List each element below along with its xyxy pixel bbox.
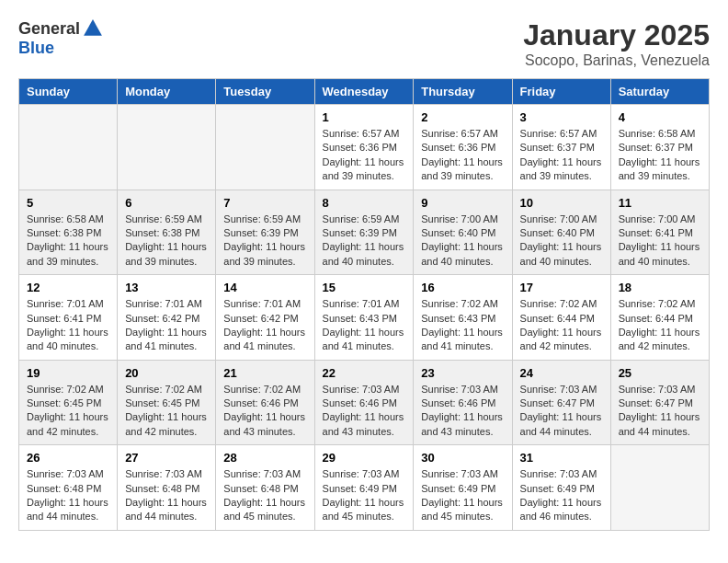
calendar-week-5: 26Sunrise: 7:03 AMSunset: 6:48 PMDayligh… xyxy=(19,445,710,531)
day-header-thursday: Thursday xyxy=(414,79,512,105)
calendar-day: 29Sunrise: 7:03 AMSunset: 6:49 PMDayligh… xyxy=(314,445,414,531)
day-info: Sunrise: 7:03 AMSunset: 6:48 PMDaylight:… xyxy=(27,467,109,524)
calendar-week-4: 19Sunrise: 7:02 AMSunset: 6:45 PMDayligh… xyxy=(19,360,710,445)
day-info: Sunrise: 6:59 AMSunset: 6:38 PMDaylight:… xyxy=(125,213,208,270)
day-number: 3 xyxy=(520,110,603,124)
day-info: Sunrise: 7:03 AMSunset: 6:47 PMDaylight:… xyxy=(520,383,603,440)
day-header-friday: Friday xyxy=(512,79,610,105)
day-number: 5 xyxy=(27,196,109,210)
day-header-monday: Monday xyxy=(118,79,216,105)
calendar-day: 23Sunrise: 7:03 AMSunset: 6:46 PMDayligh… xyxy=(414,360,512,445)
calendar-day: 12Sunrise: 7:01 AMSunset: 6:41 PMDayligh… xyxy=(19,275,118,361)
day-number: 17 xyxy=(520,281,603,294)
calendar-day: 28Sunrise: 7:03 AMSunset: 6:48 PMDayligh… xyxy=(216,445,314,531)
day-info: Sunrise: 7:03 AMSunset: 6:48 PMDaylight:… xyxy=(125,467,208,524)
calendar-week-1: 1Sunrise: 6:57 AMSunset: 6:36 PMDaylight… xyxy=(19,105,710,190)
calendar-day: 13Sunrise: 7:01 AMSunset: 6:42 PMDayligh… xyxy=(118,275,216,361)
day-info: Sunrise: 7:03 AMSunset: 6:49 PMDaylight:… xyxy=(520,467,603,524)
day-number: 12 xyxy=(27,281,109,294)
day-number: 9 xyxy=(421,196,504,210)
logo-blue: Blue xyxy=(18,39,54,58)
day-header-saturday: Saturday xyxy=(610,79,709,105)
day-info: Sunrise: 7:03 AMSunset: 6:46 PMDaylight:… xyxy=(421,383,504,440)
calendar-day: 3Sunrise: 6:57 AMSunset: 6:37 PMDaylight… xyxy=(512,105,610,190)
page-title: January 2025 xyxy=(523,18,710,52)
day-info: Sunrise: 6:57 AMSunset: 6:36 PMDaylight:… xyxy=(323,127,406,184)
calendar-day: 26Sunrise: 7:03 AMSunset: 6:48 PMDayligh… xyxy=(19,445,118,531)
day-number: 1 xyxy=(323,110,406,124)
day-number: 14 xyxy=(223,281,306,294)
calendar-week-2: 5Sunrise: 6:58 AMSunset: 6:38 PMDaylight… xyxy=(19,190,710,275)
calendar-day xyxy=(216,105,314,190)
title-block: January 2025Socopo, Barinas, Venezuela xyxy=(523,18,710,69)
calendar-day: 1Sunrise: 6:57 AMSunset: 6:36 PMDaylight… xyxy=(314,105,414,190)
day-info: Sunrise: 6:58 AMSunset: 6:38 PMDaylight:… xyxy=(27,213,109,270)
day-number: 4 xyxy=(619,110,701,124)
day-number: 11 xyxy=(619,196,701,210)
calendar-day: 27Sunrise: 7:03 AMSunset: 6:48 PMDayligh… xyxy=(118,445,216,531)
day-header-tuesday: Tuesday xyxy=(216,79,314,105)
day-number: 27 xyxy=(125,451,208,465)
calendar-day: 24Sunrise: 7:03 AMSunset: 6:47 PMDayligh… xyxy=(512,360,610,445)
day-number: 30 xyxy=(421,451,504,465)
svg-marker-0 xyxy=(84,19,102,36)
day-info: Sunrise: 7:03 AMSunset: 6:48 PMDaylight:… xyxy=(223,467,306,524)
day-info: Sunrise: 7:03 AMSunset: 6:47 PMDaylight:… xyxy=(619,383,701,440)
day-info: Sunrise: 7:02 AMSunset: 6:44 PMDaylight:… xyxy=(619,297,701,354)
calendar-day: 22Sunrise: 7:03 AMSunset: 6:46 PMDayligh… xyxy=(314,360,414,445)
page-subtitle: Socopo, Barinas, Venezuela xyxy=(523,52,710,69)
day-header-wednesday: Wednesday xyxy=(314,79,414,105)
calendar-day: 2Sunrise: 6:57 AMSunset: 6:36 PMDaylight… xyxy=(414,105,512,190)
day-info: Sunrise: 6:59 AMSunset: 6:39 PMDaylight:… xyxy=(323,213,406,270)
logo-general: General xyxy=(18,19,80,39)
calendar-day: 8Sunrise: 6:59 AMSunset: 6:39 PMDaylight… xyxy=(314,190,414,275)
day-number: 7 xyxy=(223,196,306,210)
calendar-day: 4Sunrise: 6:58 AMSunset: 6:37 PMDaylight… xyxy=(610,105,709,190)
calendar-day: 6Sunrise: 6:59 AMSunset: 6:38 PMDaylight… xyxy=(118,190,216,275)
calendar-day: 31Sunrise: 7:03 AMSunset: 6:49 PMDayligh… xyxy=(512,445,610,531)
day-number: 24 xyxy=(520,366,603,380)
day-info: Sunrise: 7:03 AMSunset: 6:46 PMDaylight:… xyxy=(323,383,406,440)
day-number: 8 xyxy=(323,196,406,210)
calendar-day: 17Sunrise: 7:02 AMSunset: 6:44 PMDayligh… xyxy=(512,275,610,361)
day-number: 29 xyxy=(323,451,406,465)
day-info: Sunrise: 7:00 AMSunset: 6:40 PMDaylight:… xyxy=(421,213,504,270)
day-info: Sunrise: 7:00 AMSunset: 6:40 PMDaylight:… xyxy=(520,213,603,270)
day-info: Sunrise: 7:01 AMSunset: 6:43 PMDaylight:… xyxy=(323,297,406,354)
calendar-day: 18Sunrise: 7:02 AMSunset: 6:44 PMDayligh… xyxy=(610,275,709,361)
calendar-day: 9Sunrise: 7:00 AMSunset: 6:40 PMDaylight… xyxy=(414,190,512,275)
day-number: 22 xyxy=(323,366,406,380)
calendar-day: 16Sunrise: 7:02 AMSunset: 6:43 PMDayligh… xyxy=(414,275,512,361)
day-info: Sunrise: 7:01 AMSunset: 6:41 PMDaylight:… xyxy=(27,297,109,354)
day-number: 16 xyxy=(421,281,504,294)
calendar-day: 25Sunrise: 7:03 AMSunset: 6:47 PMDayligh… xyxy=(610,360,709,445)
day-number: 20 xyxy=(125,366,208,380)
day-number: 21 xyxy=(223,366,306,380)
day-info: Sunrise: 7:02 AMSunset: 6:45 PMDaylight:… xyxy=(27,383,109,440)
day-info: Sunrise: 7:01 AMSunset: 6:42 PMDaylight:… xyxy=(223,297,306,354)
day-number: 18 xyxy=(619,281,701,294)
calendar-day: 5Sunrise: 6:58 AMSunset: 6:38 PMDaylight… xyxy=(19,190,118,275)
day-info: Sunrise: 7:00 AMSunset: 6:41 PMDaylight:… xyxy=(619,213,701,270)
calendar-header-row: SundayMondayTuesdayWednesdayThursdayFrid… xyxy=(19,79,710,105)
day-number: 31 xyxy=(520,451,603,465)
day-number: 19 xyxy=(27,366,109,380)
day-number: 26 xyxy=(27,451,109,465)
day-info: Sunrise: 6:57 AMSunset: 6:37 PMDaylight:… xyxy=(520,127,603,184)
calendar-day: 14Sunrise: 7:01 AMSunset: 6:42 PMDayligh… xyxy=(216,275,314,361)
day-info: Sunrise: 7:03 AMSunset: 6:49 PMDaylight:… xyxy=(323,467,406,524)
day-number: 6 xyxy=(125,196,208,210)
calendar-day: 15Sunrise: 7:01 AMSunset: 6:43 PMDayligh… xyxy=(314,275,414,361)
calendar-table: SundayMondayTuesdayWednesdayThursdayFrid… xyxy=(18,78,710,531)
day-info: Sunrise: 7:01 AMSunset: 6:42 PMDaylight:… xyxy=(125,297,208,354)
calendar-day xyxy=(19,105,118,190)
calendar-day: 21Sunrise: 7:02 AMSunset: 6:46 PMDayligh… xyxy=(216,360,314,445)
day-info: Sunrise: 7:03 AMSunset: 6:49 PMDaylight:… xyxy=(421,467,504,524)
day-number: 2 xyxy=(421,110,504,124)
calendar-day xyxy=(118,105,216,190)
logo: GeneralBlue xyxy=(18,18,106,58)
day-info: Sunrise: 7:02 AMSunset: 6:44 PMDaylight:… xyxy=(520,297,603,354)
calendar-day: 19Sunrise: 7:02 AMSunset: 6:45 PMDayligh… xyxy=(19,360,118,445)
day-number: 28 xyxy=(223,451,306,465)
calendar-day: 7Sunrise: 6:59 AMSunset: 6:39 PMDaylight… xyxy=(216,190,314,275)
